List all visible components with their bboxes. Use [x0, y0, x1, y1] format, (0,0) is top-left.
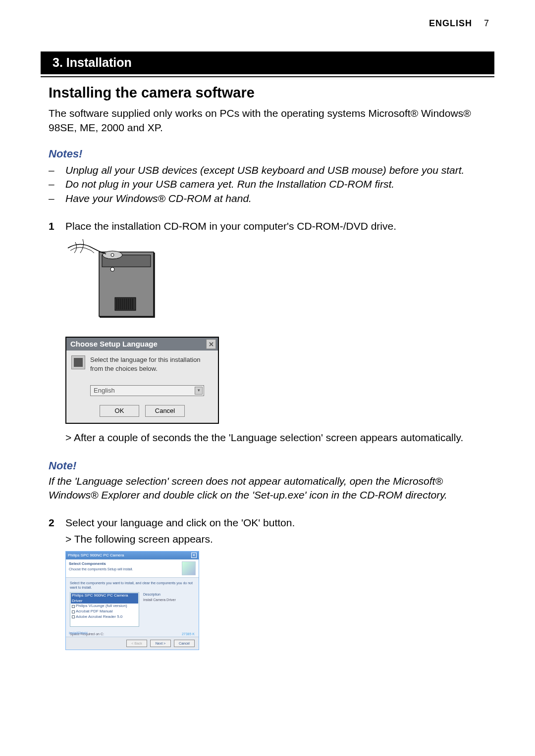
- chevron-down-icon[interactable]: ▾: [195, 387, 203, 395]
- step-number: 1: [49, 219, 65, 233]
- intro-text: The software supplied only works on PCs …: [49, 106, 494, 135]
- notes-heading: Notes!: [49, 147, 494, 161]
- step-text: Place the installation CD-ROM in your co…: [65, 219, 494, 233]
- language-label: ENGLISH: [429, 18, 472, 28]
- note-item: –Unplug all your USB devices (except USB…: [49, 163, 494, 177]
- language-select[interactable]: English ▾: [90, 385, 204, 396]
- choose-language-dialog: Choose Setup Language ✕ Select the langu…: [65, 337, 219, 423]
- setup-icon: [71, 355, 85, 369]
- step-1: 1 Place the installation CD-ROM in your …: [49, 219, 494, 233]
- notes-list: –Unplug all your USB devices (except USB…: [49, 163, 494, 205]
- dialog-title: Philips SPC 900NC PC Camera: [68, 553, 124, 558]
- close-icon[interactable]: ✕: [191, 553, 197, 558]
- installer-logo-icon: [182, 561, 196, 575]
- dialog-title: Choose Setup Language: [70, 339, 158, 349]
- cancel-button[interactable]: Cancel: [145, 405, 185, 417]
- subsection-title: Installing the camera software: [49, 83, 494, 102]
- svg-point-15: [110, 267, 114, 271]
- svg-point-14: [111, 253, 114, 256]
- components-list[interactable]: Philips SPC 900NC PC Camera Driver Phili…: [70, 592, 139, 627]
- components-subtext: Choose the components Setup will install…: [69, 567, 133, 571]
- space-required-value: 27385 K: [182, 632, 195, 636]
- language-selected: English: [94, 386, 115, 395]
- ok-button[interactable]: OK: [100, 405, 139, 417]
- cancel-button[interactable]: Cancel: [174, 640, 195, 647]
- step-result-caption: > The following screen appears.: [65, 532, 494, 546]
- brand-label: InstallShield: [69, 631, 88, 635]
- page-header: ENGLISH 7: [41, 17, 494, 29]
- list-item[interactable]: Adobe Acrobat Reader 5.0: [71, 614, 138, 620]
- back-button[interactable]: < Back: [126, 640, 147, 647]
- components-heading: Select Components: [69, 561, 106, 566]
- checkbox-icon[interactable]: [72, 610, 75, 613]
- checkbox-icon[interactable]: [72, 615, 75, 618]
- note-item: –Have your Windows® CD-ROM at hand.: [49, 192, 494, 205]
- section-title: 3. Installation: [53, 54, 132, 71]
- divider: [41, 76, 494, 77]
- description-label: Description: [143, 592, 176, 597]
- close-icon[interactable]: ✕: [206, 339, 216, 349]
- description-value: Install Camera Driver: [143, 598, 176, 602]
- dialog-prompt: Select the language for this installatio…: [90, 355, 213, 373]
- list-item[interactable]: Acrobat PDF Manual: [71, 609, 138, 614]
- list-item[interactable]: Philips VLounge (full version): [71, 604, 138, 609]
- next-button[interactable]: Next >: [150, 640, 171, 647]
- page-number: 7: [484, 17, 489, 29]
- checkbox-icon[interactable]: [72, 605, 75, 608]
- components-instruction: Select the components you want to instal…: [70, 581, 195, 590]
- note-body: If the 'Language selection' screen does …: [49, 474, 494, 503]
- step1-result-caption: > After a couple of seconds the the 'Lan…: [65, 431, 494, 445]
- cd-insert-illustration: [65, 238, 494, 331]
- select-components-dialog: Philips SPC 900NC PC Camera ✕ Select Com…: [65, 551, 199, 650]
- section-heading-bar: 3. Installation: [41, 51, 494, 74]
- note-item: –Do not plug in your USB camera yet. Run…: [49, 177, 494, 191]
- list-item[interactable]: Philips SPC 900NC PC Camera Driver: [71, 593, 138, 604]
- step-2: 2 Select your language and click on the …: [49, 516, 494, 546]
- step-text: Select your language and click on the 'O…: [65, 516, 494, 530]
- step-number: 2: [49, 516, 65, 546]
- note-heading: Note!: [49, 458, 494, 473]
